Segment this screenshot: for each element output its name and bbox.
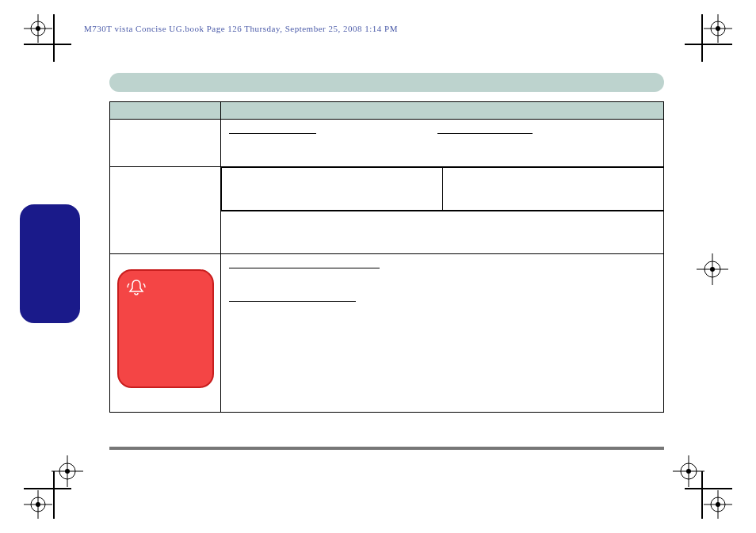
table-subcell xyxy=(222,168,443,211)
crop-header-text: M730T vista Concise UG.book Page 126 Thu… xyxy=(84,24,398,33)
registration-mark-bottom-right xyxy=(665,447,712,495)
svg-point-39 xyxy=(686,469,691,474)
table-header-left xyxy=(110,102,221,120)
table-cell xyxy=(221,211,664,254)
table-header-right xyxy=(221,102,664,120)
table-cell xyxy=(221,254,664,413)
crop-mark-top-left xyxy=(24,14,71,62)
svg-point-21 xyxy=(716,502,720,507)
registration-mark-bottom-left xyxy=(44,447,91,495)
crop-mark-top-right xyxy=(685,14,732,62)
registration-mark-right xyxy=(689,246,736,293)
svg-point-35 xyxy=(65,469,70,474)
table-cell xyxy=(110,167,221,254)
svg-point-9 xyxy=(716,26,720,31)
svg-point-15 xyxy=(36,502,40,507)
table-subcell xyxy=(442,168,663,211)
svg-point-31 xyxy=(710,267,715,272)
svg-point-3 xyxy=(36,26,40,31)
warning-box xyxy=(117,269,214,388)
section-title-bar xyxy=(109,73,664,92)
footer-rule xyxy=(109,447,664,450)
thumb-tab xyxy=(20,204,80,323)
table-cell xyxy=(110,120,221,167)
table-cell xyxy=(221,120,664,167)
bell-icon xyxy=(127,282,146,299)
